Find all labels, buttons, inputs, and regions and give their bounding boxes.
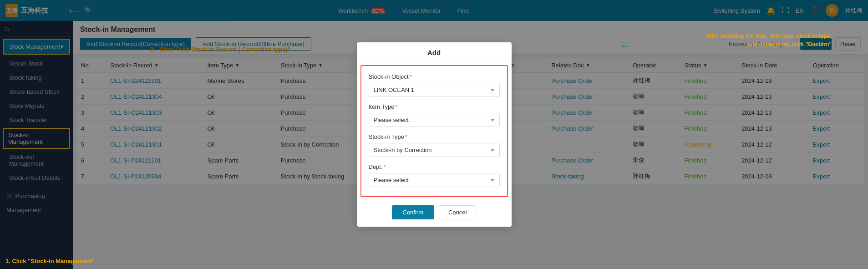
form-group-stock-in-object: Stock-in Object * LINK OCEAN 1 (369, 73, 500, 97)
form-group-dept: Dept. * Please select (369, 163, 500, 187)
modal-body: Stock-in Object * LINK OCEAN 1 Item Type… (360, 65, 508, 197)
stock-in-object-select[interactable]: LINK OCEAN 1 (369, 83, 500, 97)
required-mark: * (410, 73, 412, 80)
item-type-select[interactable]: Please select (369, 113, 500, 127)
item-type-label: Item Type * (369, 103, 500, 110)
annotation-tip: After selecting the ship, item type, sto… (706, 32, 832, 48)
form-group-stock-in-type: Stock-in Type * Stock-in by Correction (369, 133, 500, 157)
confirm-btn[interactable]: Confirm (392, 205, 435, 219)
dept-label: Dept. * (369, 163, 500, 170)
modal-header: Add (357, 42, 512, 61)
required-mark-3: * (405, 133, 407, 140)
form-group-item-type: Item Type * Please select (369, 103, 500, 127)
stock-in-object-label: Stock-in Object * (369, 73, 500, 80)
dept-select[interactable]: Please select (369, 173, 500, 187)
modal-footer: Confirm Cancel (357, 201, 512, 227)
cancel-btn[interactable]: Cancel (439, 205, 476, 219)
required-mark-4: * (384, 163, 386, 170)
modal-dialog: Add Stock-in Object * LINK OCEAN 1 Item … (357, 42, 512, 227)
stock-in-type-label: Stock-in Type * (369, 133, 500, 140)
stock-in-type-select[interactable]: Stock-in by Correction (369, 143, 500, 157)
modal-overlay: ← After selecting the ship, item type, s… (0, 0, 868, 269)
required-mark-2: * (395, 103, 397, 110)
annotation-arrow: ← (619, 39, 631, 53)
